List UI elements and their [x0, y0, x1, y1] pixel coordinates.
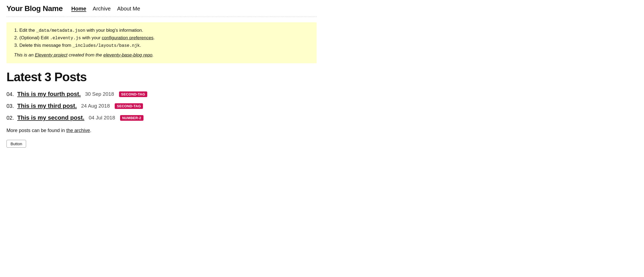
post-list: 04. This is my fourth post. 30 Sep 2018 …	[6, 91, 317, 121]
post-link-4[interactable]: This is my fourth post.	[17, 91, 81, 98]
notice-step-3: Delete this message from _includes/layou…	[19, 43, 309, 48]
post-tag-2-1[interactable]: NUMBER-2	[120, 115, 144, 121]
notice-step-2: (Optional) Edit .eleventy.js with your c…	[19, 35, 309, 41]
post-item-2: 02. This is my second post. 04 Jul 2018 …	[6, 114, 317, 121]
post-date-2: 04 Jul 2018	[89, 115, 115, 121]
nav-home[interactable]: Home	[71, 6, 86, 12]
post-tag-3-1[interactable]: SECOND-TAG	[115, 103, 143, 109]
post-item-3: 03. This is my third post. 24 Aug 2018 S…	[6, 102, 317, 109]
notice-footer: This is an Eleventy project created from…	[14, 52, 309, 58]
config-link[interactable]: configuration preferences	[102, 35, 153, 40]
post-number-3: 03.	[6, 103, 14, 109]
posts-heading: Latest 3 Posts	[6, 70, 317, 84]
nav-archive[interactable]: Archive	[93, 6, 111, 12]
repo-link[interactable]: eleventy-base-blog repo	[103, 52, 152, 58]
post-link-2[interactable]: This is my second post.	[17, 114, 84, 121]
post-item-4: 04. This is my fourth post. 30 Sep 2018 …	[6, 91, 317, 98]
post-number-2: 02.	[6, 115, 14, 121]
main-nav: Home Archive About Me	[71, 6, 140, 12]
action-button[interactable]: Button	[6, 140, 26, 148]
nav-about[interactable]: About Me	[117, 6, 140, 12]
notice-step-1: Edit the _data/metadata.json with your b…	[19, 28, 309, 33]
post-date-3: 24 Aug 2018	[81, 103, 110, 109]
site-title[interactable]: Your Blog Name	[6, 4, 63, 13]
code-base: _includes/layouts/base.njk	[72, 43, 140, 48]
code-eleventy: .eleventy.js	[50, 36, 81, 41]
main-content: Edit the _data/metadata.json with your b…	[6, 22, 317, 148]
eleventy-link[interactable]: Eleventy project	[35, 52, 67, 58]
code-metadata: _data/metadata.json	[36, 28, 85, 33]
post-date-4: 30 Sep 2018	[85, 91, 114, 97]
notice-box: Edit the _data/metadata.json with your b…	[6, 22, 317, 63]
more-posts-text: More posts can be found in the archive.	[6, 128, 317, 133]
post-number-4: 04.	[6, 91, 14, 97]
post-tag-4-1[interactable]: SECOND-TAG	[119, 91, 147, 97]
notice-steps: Edit the _data/metadata.json with your b…	[19, 28, 309, 48]
site-header: Your Blog Name Home Archive About Me	[6, 0, 317, 17]
archive-link[interactable]: the archive	[66, 128, 90, 133]
post-link-3[interactable]: This is my third post.	[17, 102, 77, 109]
